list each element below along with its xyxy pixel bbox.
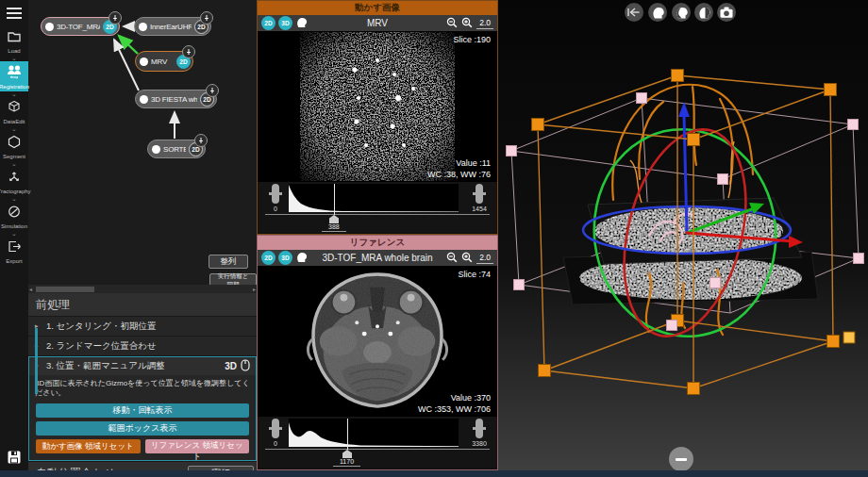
minus-icon	[676, 458, 687, 461]
sidebar-item-simulation[interactable]: Simulation	[0, 202, 28, 231]
sidebar-item-label: Segment	[3, 154, 25, 159]
reference-image-canvas[interactable]: Slice :74 Value :370 WC :353, WW :706	[258, 266, 497, 417]
zoom-value[interactable]: 2.0	[476, 253, 493, 264]
graph-node-3d-tof-mra[interactable]: 3D-TOF_MRA... 2D	[41, 17, 120, 36]
node-dot-icon	[139, 23, 147, 31]
collapse-panel-button[interactable]	[625, 3, 643, 22]
pipeline-panel: 3D-TOF_MRA... 2D InnerEarUHR... 2D MRV 2…	[28, 0, 257, 477]
preprocess-title: 前処理	[28, 293, 257, 317]
pin-icon[interactable]	[194, 134, 208, 147]
window-min-slider[interactable]	[272, 184, 279, 204]
save-icon[interactable]	[7, 450, 22, 469]
vertical-scrollbar-thumb[interactable]	[35, 328, 38, 394]
scroll-right-icon[interactable]: ▸	[253, 286, 256, 292]
histogram-min-label: 0	[263, 440, 288, 447]
status-strip	[0, 470, 868, 477]
window-max-slider[interactable]	[476, 419, 483, 438]
head-view-right-button[interactable]	[694, 3, 713, 22]
reset-reference-region-button[interactable]: リファレンス 領域リセット	[145, 439, 250, 453]
scrollbar-thumb[interactable]	[36, 287, 94, 292]
reference-histogram: 0 3380 1170	[258, 417, 497, 468]
3d-viewport[interactable]	[498, 0, 868, 477]
mode-3d-label: 3D	[225, 361, 237, 371]
horizontal-scrollbar[interactable]: ◂ ▸	[28, 285, 257, 293]
window-level-indicator: WC :38, WW :76	[427, 170, 491, 179]
zoom-out-view-button[interactable]	[669, 447, 693, 471]
histogram-plot	[289, 184, 459, 212]
reset-moving-region-button[interactable]: 動かす画像 領域リセット	[36, 439, 141, 453]
head-view-left-button[interactable]	[672, 3, 691, 22]
head-orientation-icon[interactable]	[295, 250, 308, 267]
graph-node-innerear[interactable]: InnerEarUHR... 2D	[134, 17, 211, 36]
sidebar-item-segment[interactable]: Segment	[0, 132, 28, 161]
step-landmark-row[interactable]: ▸ 2. ランドマーク位置合わせ	[28, 337, 257, 356]
view-3d-button[interactable]: 3D	[278, 16, 292, 30]
align-button[interactable]: 整列	[209, 255, 248, 269]
node-dot-icon	[45, 23, 54, 31]
node-graph-edges	[28, 0, 257, 285]
zoom-out-icon[interactable]	[446, 250, 458, 267]
sidebar-item-registration[interactable]: Registration	[0, 61, 28, 91]
moving-viewer-toolbar: 2D 3D MRV 2.0	[258, 15, 497, 31]
application-window: Load ⌄ Registration ⌄ DataEdit ⌄ Segment…	[0, 0, 868, 477]
pin-icon[interactable]	[108, 11, 122, 25]
zoom-in-icon[interactable]	[461, 250, 473, 267]
preprocess-panel: 前処理 ▸ 1. センタリング・初期位置 ▸ 2. ランドマーク位置合わせ ▾ …	[28, 293, 257, 477]
manual-adjust-section: ▾ 3. 位置・範囲マニュアル調整 3D 3D画面に表示されたGizmoを使って…	[28, 356, 257, 461]
viewers-column: 動かす画像 2D 3D MRV 2.0	[257, 0, 498, 477]
node-dot-icon	[140, 95, 148, 104]
pixel-value-indicator: Value :370	[451, 393, 491, 403]
pin-icon[interactable]	[182, 45, 195, 58]
node-label: InnerEarUHR...	[150, 23, 192, 31]
scroll-left-icon[interactable]: ◂	[29, 286, 32, 292]
zoom-out-icon[interactable]	[446, 15, 458, 32]
window-min-slider[interactable]	[272, 419, 279, 438]
head-view-left-icon	[675, 6, 689, 20]
histogram-baseline	[265, 214, 490, 215]
step-centering-row[interactable]: ▸ 1. センタリング・初期位置	[28, 317, 257, 337]
cube-edit-icon	[7, 100, 22, 118]
window-level-indicator: WC :353, WW :706	[418, 404, 491, 414]
gizmo-instruction-text: 3D画面に表示されたGizmoを使って位置と領域を微調整してください。	[29, 375, 256, 400]
zoom-value[interactable]: 2.0	[476, 18, 493, 29]
histogram-marker-handle[interactable]	[329, 215, 339, 223]
zoom-in-icon[interactable]	[461, 15, 473, 32]
node-dot-icon	[140, 58, 148, 66]
histogram-min-label: 0	[263, 206, 288, 212]
node-label: 3D FIESTA wh...	[151, 95, 197, 104]
pin-icon[interactable]	[200, 11, 213, 25]
graph-node-fiesta[interactable]: 3D FIESTA wh... 2D	[135, 90, 217, 108]
step-manual-adjust-row[interactable]: ▾ 3. 位置・範囲マニュアル調整 3D	[29, 357, 256, 375]
folder-icon	[7, 29, 22, 47]
sidebar-item-export[interactable]: Export	[0, 237, 28, 266]
screenshot-button[interactable]	[717, 3, 736, 22]
registration-people-icon	[6, 64, 23, 83]
window-max-slider[interactable]	[476, 184, 483, 204]
marker-value-label: 388	[322, 223, 346, 232]
view-2d-button[interactable]: 2D	[261, 16, 275, 30]
histogram-plot	[289, 419, 459, 447]
head-orientation-icon[interactable]	[295, 15, 308, 32]
sidebar-item-dataedit[interactable]: DataEdit	[0, 97, 28, 126]
head-view-right-icon	[697, 6, 711, 20]
hexagon-icon	[7, 135, 22, 153]
step-label: 3. 位置・範囲マニュアル調整	[46, 360, 165, 372]
marker-value-label: 1170	[333, 458, 360, 467]
node-graph-canvas[interactable]: 3D-TOF_MRA... 2D InnerEarUHR... 2D MRV 2…	[28, 0, 257, 285]
histogram-max-label: 1454	[467, 206, 492, 212]
head-view-front-button[interactable]	[648, 3, 667, 22]
sidebar-item-load[interactable]: Load	[0, 26, 28, 56]
graph-node-mrv[interactable]: MRV 2D	[135, 51, 193, 72]
sidebar-item-tractography[interactable]: Tractography	[0, 167, 28, 196]
3d-view-panel	[498, 0, 868, 477]
view-2d-button[interactable]: 2D	[261, 251, 275, 265]
graph-node-sorted[interactable]: SORTED 2D	[147, 140, 206, 158]
range-box-display-button[interactable]: 範囲ボックス表示	[36, 421, 249, 436]
pin-icon[interactable]	[206, 84, 219, 97]
mouse-icon	[241, 359, 250, 373]
histogram-marker-handle[interactable]	[342, 450, 352, 458]
move-rotate-display-button[interactable]: 移動・回転表示	[36, 403, 249, 418]
moving-image-canvas[interactable]: Slice :190 Value :11 WC :38, WW :76	[258, 31, 497, 182]
view-3d-button[interactable]: 3D	[278, 251, 292, 265]
menu-icon[interactable]	[7, 0, 22, 26]
